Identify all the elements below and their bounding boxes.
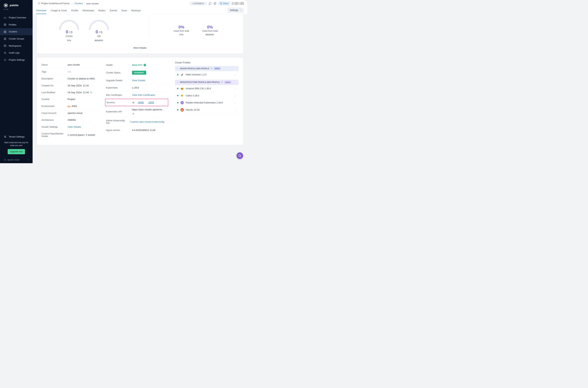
tab-overview[interactable]: Overview — [36, 8, 46, 14]
status-dot-icon — [177, 102, 178, 103]
svg-point-8 — [5, 38, 6, 38]
sidebar-item-profiles[interactable]: Profiles — [0, 21, 33, 28]
arch-key: Architecture — [42, 119, 68, 121]
svg-point-14 — [5, 136, 6, 136]
mem-pct: 0% Used from total MEMORY — [202, 24, 218, 36]
sidebar-item-label: Project Settings — [9, 59, 25, 61]
infra-profile-header[interactable]: INFRASTRUCTURE PROFILE AWS-PROFILE PROJ — [175, 80, 238, 85]
breadcrumb-current: aws-cluster — [86, 2, 99, 5]
project-selector[interactable]: Project-ScaleSecureTutoria — [36, 1, 71, 5]
ubuntu-icon: ◉ — [181, 108, 184, 112]
acct-value: spectro-cloud — [68, 112, 98, 115]
certs-link[interactable]: View K8s Certificates — [132, 94, 155, 97]
svg-marker-17 — [4, 159, 6, 161]
health-badge: HEALTHY✓ — [132, 64, 146, 66]
cpu-pct-value: 0% — [174, 24, 189, 29]
tab-backups[interactable]: Backups — [132, 8, 141, 14]
sidebar-item-project-settings[interactable]: Project Settings — [0, 56, 33, 64]
copy-api-button[interactable] — [132, 112, 135, 115]
svg-rect-4 — [5, 31, 6, 31]
tab-scan[interactable]: Scan — [121, 8, 127, 14]
tabs-row: Overview Usage & Costs Profile Workloads… — [33, 5, 248, 14]
mem-pct-sub: Used from total — [202, 29, 218, 32]
docs-label: Docs — [223, 2, 228, 5]
service-port-8080[interactable]: :8080 — [138, 101, 144, 104]
name-value: aws-cluster — [68, 63, 98, 66]
agent-value: 4.4.9/20240912.1118 — [132, 129, 167, 132]
settings-dropdown[interactable]: Settings — [227, 7, 244, 13]
chat-icon[interactable] — [208, 2, 212, 5]
sidebar-item-label: Cluster Groups — [9, 38, 24, 40]
agent-key: Agent version — [106, 129, 132, 131]
profile-item-ebs-csi[interactable]: awsAmazon EBS CSI 1.30.0 — [175, 85, 238, 92]
context-key: Context — [42, 98, 68, 100]
more-details-button[interactable]: More Details — [131, 45, 149, 51]
cpu-label: CPU — [58, 40, 80, 42]
breadcrumb-sep: / — [84, 2, 85, 4]
sidebar-item-workspaces[interactable]: Workspaces — [0, 42, 33, 49]
svg-point-13 — [5, 60, 5, 60]
sidebar-item-clusters[interactable]: Clusters — [0, 28, 33, 35]
profile-item-pxk[interactable]: ✳Palette eXtended Kubernetes 1.29.8 — [175, 99, 238, 106]
nodes-key: Control Plane/Worker Nodes — [42, 132, 68, 138]
tab-events[interactable]: Events — [110, 8, 117, 14]
chevron-right-icon — [235, 95, 236, 96]
upgrade-button[interactable]: Upgrade now — [8, 149, 25, 154]
kubeconfig-key: Admin Kubeconfig File — [106, 119, 132, 124]
service-port-3000[interactable]: :3000 — [148, 101, 154, 104]
tab-profile[interactable]: Profile — [71, 8, 78, 14]
compass-icon[interactable] — [213, 2, 217, 5]
tags-value: n/a — [68, 70, 98, 73]
modified-value: 24 Sep 2024, 11:43 — [68, 91, 98, 94]
topbar: Project-ScaleSecureTutoria / Clusters / … — [33, 0, 248, 5]
check-icon: ✓ — [144, 64, 146, 66]
status-dot-icon — [177, 74, 178, 75]
upgrade-details-link[interactable]: View Details — [132, 79, 145, 82]
link-icon — [211, 67, 212, 70]
services-row-highlighted: Servicesui :8080 :3000 — [105, 99, 168, 106]
breadcrumb-parent[interactable]: Clusters — [75, 2, 83, 5]
sidebar-item-cluster-groups[interactable]: Cluster Groups — [0, 35, 33, 43]
sidebar-item-tenant-settings[interactable]: Tenant Settings — [0, 133, 33, 140]
docs-button[interactable]: Docs — [218, 1, 230, 6]
profile-item-hello-universe[interactable]: 🚀Hello Universe 1.2.0 — [175, 71, 238, 78]
sliders-icon — [4, 135, 6, 138]
mem-label: MEMORY — [87, 40, 110, 42]
brand-logo: palette — [0, 0, 33, 8]
profile-item-ubuntu[interactable]: ◉Ubuntu 22.04 — [175, 106, 238, 114]
status-dot-icon — [177, 95, 178, 96]
cluster-settings-link[interactable]: View Details — [68, 125, 81, 128]
main-content: Project-ScaleSecureTutoria / Clusters / … — [33, 0, 248, 163]
chevron-right-icon — [235, 88, 236, 89]
sidebar-item-label: Profiles — [9, 23, 16, 26]
sidebar-item-audit-logs[interactable]: Audit Logs — [0, 49, 33, 56]
tab-usage-costs[interactable]: Usage & Costs — [51, 8, 67, 14]
env-key: Environment — [42, 105, 68, 107]
info-icon[interactable] — [90, 91, 92, 94]
tab-workloads[interactable]: Workloads — [83, 8, 94, 14]
status-key: Cluster Status — [106, 72, 132, 74]
help-fab[interactable] — [236, 152, 243, 159]
network-icon — [4, 37, 6, 40]
sidebar-item-project-overview[interactable]: Project Overview — [0, 14, 33, 21]
services-key: Services — [106, 101, 132, 104]
brand-name: palette — [10, 4, 19, 7]
api-value: https://aws-cluster-apiserve... — [132, 108, 167, 115]
profile-item-calico[interactable]: 🐱Calico 3.28.0 — [175, 92, 238, 99]
addon-profile-header[interactable]: ADDON PROFILE AWS-PROFILE PROJ — [175, 66, 238, 71]
status-dot-icon — [177, 109, 178, 111]
kubeconfig-link[interactable]: admin.aws-cluster.kubeconfig — [132, 121, 164, 123]
created-value: 24 Sep 2024, 11:32 — [68, 84, 98, 87]
svg-point-2 — [4, 24, 6, 24]
health-key: Health — [106, 64, 132, 66]
mem-pct-label: MEMORY — [202, 34, 218, 36]
gear-icon — [4, 58, 6, 61]
collapse-sidebar-icon[interactable] — [27, 159, 29, 161]
calico-icon: 🐱 — [181, 94, 184, 97]
tab-nodes[interactable]: Nodes — [98, 8, 105, 14]
info-icon[interactable] — [130, 121, 132, 123]
svg-marker-20 — [214, 3, 216, 4]
user-menu[interactable] — [231, 2, 244, 5]
bar-chart-icon — [4, 16, 6, 19]
svg-rect-6 — [5, 32, 6, 33]
